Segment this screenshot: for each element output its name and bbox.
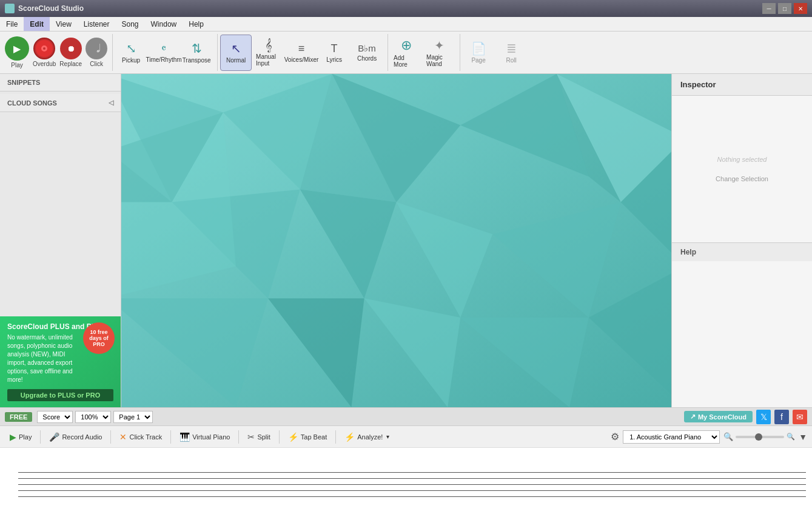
split-button[interactable]: ✂ Split: [243, 430, 275, 444]
promo-upgrade-button[interactable]: Upgrade to PLUS or PRO: [7, 389, 113, 401]
play-button[interactable]: ▶: [5, 36, 29, 61]
promo-badge: 10 free days of PRO: [83, 322, 115, 354]
analyze-button[interactable]: ⚡ Analyze! ▾: [340, 430, 394, 444]
time-rhythm-button[interactable]: 𝄴 Time/Rhythm: [148, 35, 180, 71]
zoom-controls: 🔍 🔍: [723, 432, 795, 441]
instrument-select[interactable]: 1. Acoustic Grand Piano: [623, 430, 720, 444]
export-icon: ↗: [690, 413, 696, 421]
menu-listener[interactable]: Listener: [78, 17, 116, 31]
score-area: [121, 74, 671, 407]
maximize-button[interactable]: □: [778, 3, 791, 14]
inspector-help-body: [672, 261, 812, 408]
page-icon: 📄: [471, 41, 486, 56]
inspector-help-header: Help: [672, 242, 812, 261]
gear-button[interactable]: ⚙: [611, 431, 619, 442]
menu-song[interactable]: Song: [116, 17, 145, 31]
instrument-select-group: ⚙ 1. Acoustic Grand Piano 🔍 🔍 ▼: [611, 430, 807, 444]
manual-input-icon: 𝄞: [265, 38, 272, 52]
score-select-group: Score 100% Page 1: [37, 411, 153, 423]
add-more-button[interactable]: ⊕ Add More: [391, 35, 422, 71]
menu-view[interactable]: View: [50, 17, 78, 31]
zoom-slider[interactable]: [736, 436, 784, 438]
staff-area: [0, 447, 812, 520]
bottombar: ▶ Play 🎤 Record Audio ✕ Click Track 🎹 Vi…: [0, 425, 812, 447]
menu-help[interactable]: Help: [183, 17, 210, 31]
cloud-songs-arrow[interactable]: ◁: [109, 99, 113, 107]
cloud-songs-header[interactable]: CLOUD SONGS ◁: [0, 94, 121, 112]
inspector-header: Inspector: [672, 74, 812, 96]
inspector-body: Nothing selected Change Selection: [672, 96, 812, 242]
window-controls: ─ □ ✕: [762, 3, 807, 14]
add-more-icon: ⊕: [401, 38, 412, 53]
pickup-button[interactable]: ⤡ Pickup: [115, 35, 147, 71]
statusbar-right: ↗ My ScoreCloud 𝕏 f ✉: [684, 410, 807, 424]
voices-mixer-button[interactable]: ≡ Voices/Mixer: [286, 35, 317, 71]
score-type-select[interactable]: Score: [37, 411, 73, 423]
click-button[interactable]: 𝅗𝅥: [86, 38, 107, 59]
view-mode-group: 📄 Page ≣ Roll: [463, 34, 532, 71]
inspector-panel: Inspector Nothing selected Change Select…: [671, 74, 812, 407]
time-rhythm-icon: 𝄴: [161, 42, 166, 55]
magic-wand-button[interactable]: ✦ Magic Wand: [423, 35, 455, 71]
virtual-piano-button[interactable]: 🎹 Virtual Piano: [175, 430, 235, 444]
zoom-in-icon[interactable]: 🔍: [787, 433, 795, 441]
roll-button[interactable]: ≣ Roll: [495, 35, 527, 71]
bottom-play-icon: ▶: [10, 432, 16, 442]
transpose-button[interactable]: ⇅ Transpose: [181, 35, 212, 71]
magic-wand-icon: ✦: [434, 38, 445, 53]
app-title: ScoreCloud Studio: [18, 4, 762, 13]
staff-line-2: [18, 478, 806, 479]
menu-file[interactable]: File: [0, 17, 24, 31]
zoom-select[interactable]: 100%: [75, 411, 111, 423]
overdub-button[interactable]: [33, 38, 55, 59]
replace-button[interactable]: ⏺: [60, 38, 82, 59]
page-select[interactable]: Page 1: [113, 411, 153, 423]
tap-beat-button[interactable]: ⚡ Tap Beat: [283, 430, 332, 444]
lyrics-button[interactable]: T Lyrics: [318, 35, 350, 71]
app-icon: [5, 4, 15, 13]
zoom-out-icon[interactable]: 🔍: [723, 432, 733, 441]
main-layout: SNIPPETS CLOUD SONGS ◁ 10 free days of P…: [0, 74, 812, 407]
facebook-button[interactable]: f: [774, 410, 789, 424]
separator-1: [40, 430, 41, 444]
piano-icon: 🎹: [180, 432, 190, 442]
my-scorecloud-button[interactable]: ↗ My ScoreCloud: [684, 411, 753, 422]
bottom-play-button[interactable]: ▶ Play: [5, 430, 36, 444]
play-label: Play: [11, 62, 22, 68]
click-label: Click: [90, 61, 103, 67]
scroll-down-button[interactable]: ▼: [799, 432, 807, 442]
split-icon: ✂: [247, 432, 255, 442]
record-audio-button[interactable]: 🎤 Record Audio: [44, 430, 107, 444]
manual-input-button[interactable]: 𝄞 Manual Input: [253, 35, 284, 71]
chords-button[interactable]: B♭m Chords: [351, 35, 383, 71]
separator-5: [279, 430, 280, 444]
menu-edit[interactable]: Edit: [24, 17, 50, 31]
svg-marker-20: [121, 74, 332, 202]
menu-window[interactable]: Window: [145, 17, 183, 31]
close-button[interactable]: ✕: [794, 3, 807, 14]
extra-tools-group: ⊕ Add More ✦ Magic Wand: [391, 34, 460, 71]
minimize-button[interactable]: ─: [762, 3, 776, 14]
playback-group: ▶ Play Overdub ⏺ Replace 𝅗𝅥 Click: [5, 34, 113, 71]
voices-mixer-icon: ≡: [298, 42, 305, 55]
status-free-badge: FREE: [5, 412, 32, 422]
tap-icon: ⚡: [288, 432, 298, 442]
inspector-nothing-selected: Nothing selected: [717, 156, 767, 163]
normal-button[interactable]: ↖ Normal: [220, 35, 252, 71]
click-track-icon: ✕: [119, 432, 127, 442]
email-button[interactable]: ✉: [793, 410, 807, 424]
analyze-dropdown-arrow[interactable]: ▾: [386, 433, 389, 440]
click-track-button[interactable]: ✕ Click Track: [115, 430, 167, 444]
normal-icon: ↖: [231, 41, 241, 56]
edit-tools-group: ↖ Normal 𝄞 Manual Input ≡ Voices/Mixer T…: [220, 34, 388, 71]
page-button[interactable]: 📄 Page: [463, 35, 494, 71]
toolbar: ▶ Play Overdub ⏺ Replace 𝅗𝅥 Click ⤡ Pick…: [0, 32, 812, 74]
separator-2: [110, 430, 111, 444]
lyrics-icon: T: [331, 42, 338, 55]
titlebar: ScoreCloud Studio ─ □ ✕: [0, 0, 812, 17]
roll-icon: ≣: [506, 41, 517, 56]
separator-6: [335, 430, 336, 444]
twitter-button[interactable]: 𝕏: [756, 410, 771, 424]
staff-line-4: [18, 490, 806, 491]
staff-line-3: [18, 484, 806, 485]
